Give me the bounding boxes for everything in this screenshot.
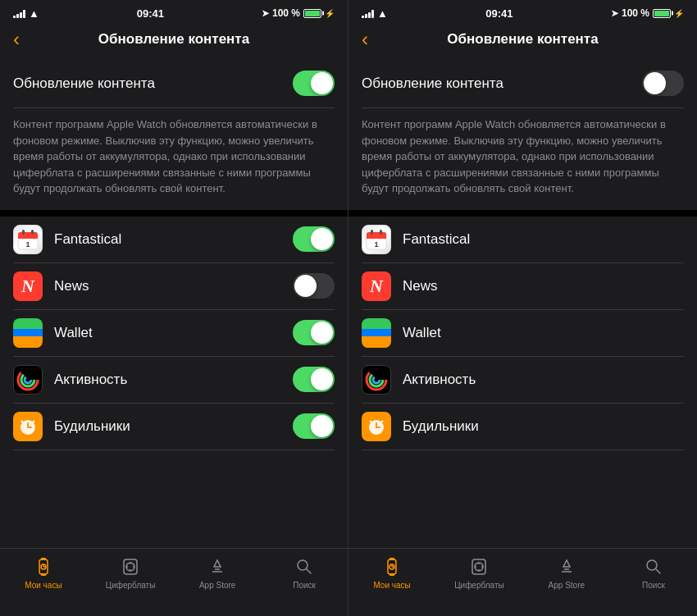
svg-rect-5 [31, 230, 34, 235]
svg-line-54 [370, 421, 372, 423]
app-list: 1 FantasticalNNews Wallet Активность Буд… [348, 217, 697, 450]
toggle-switch[interactable] [293, 71, 335, 96]
tab-app-store[interactable]: App Store [193, 555, 242, 590]
page-title: Обновление контента [447, 31, 598, 48]
tab-my-watch[interactable]: Мои часы [19, 555, 68, 590]
tab-search[interactable]: Поиск [280, 555, 329, 590]
content-area: Обновление контентаКонтент программ Appl… [0, 59, 348, 548]
app-row: Wallet [13, 310, 335, 357]
fantastical-icon: 1 [362, 225, 391, 254]
toggle-switch[interactable] [293, 320, 335, 345]
svg-rect-4 [22, 230, 25, 235]
panel-left: ▲ 09:41 ➤ 100 % ⚡ ‹ Обновление контента … [0, 0, 348, 616]
app-name: Fantastical [403, 231, 684, 248]
battery-container [653, 9, 671, 18]
status-time: 09:41 [485, 7, 512, 20]
back-button[interactable]: ‹ [13, 28, 20, 51]
svg-line-18 [21, 421, 24, 423]
wallet-icon [362, 318, 391, 348]
app-name: Wallet [403, 325, 684, 341]
svg-point-49 [370, 373, 383, 386]
svg-rect-24 [41, 558, 46, 560]
tab-icon-faces [467, 555, 490, 578]
description-text: Контент программ Apple Watch обновляется… [348, 108, 697, 210]
charge-icon: ⚡ [325, 9, 335, 18]
section-divider [348, 210, 697, 217]
news-icon: N [362, 271, 391, 301]
tab-label-my-watch: Мои часы [373, 581, 410, 590]
back-button[interactable]: ‹ [362, 28, 368, 51]
svg-rect-40 [371, 230, 373, 235]
status-bar: ▲ 09:41 ➤ 100 % ⚡ [0, 0, 348, 23]
toggle-switch[interactable] [293, 367, 335, 392]
battery-percent: 100 % [622, 7, 649, 19]
panel-right: ▲ 09:41 ➤ 100 % ⚡ ‹ Обновление контента … [348, 0, 697, 616]
toggle-switch[interactable] [293, 226, 335, 252]
master-toggle-section: Обновление контента [348, 59, 697, 108]
tab-label-faces: Циферблаты [454, 581, 504, 590]
nav-header: ‹ Обновление контента [348, 23, 697, 59]
tab-my-watch[interactable]: Мои часы [367, 555, 417, 590]
app-name: Активность [54, 372, 293, 388]
tab-app-store[interactable]: App Store [542, 555, 591, 590]
svg-rect-2 [18, 235, 38, 239]
tab-label-search: Поиск [642, 581, 665, 590]
battery-fill [654, 11, 669, 16]
alarm-icon [362, 412, 391, 441]
status-left: ▲ [362, 7, 388, 20]
svg-point-34 [298, 560, 308, 570]
master-toggle-row: Обновление контента [362, 59, 684, 108]
battery-container [303, 9, 321, 18]
app-name: Fantastical [54, 231, 293, 248]
svg-text:1: 1 [25, 240, 30, 249]
app-row: 1 Fantastical [13, 217, 335, 263]
tab-bar: Мои часы Циферблаты App Store Поиск [348, 548, 697, 616]
page-title: Обновление контента [98, 31, 249, 48]
navigation-icon: ➤ [262, 8, 269, 19]
app-row: 1 Fantastical [362, 217, 684, 263]
battery-fill [305, 11, 320, 16]
tab-faces[interactable]: Циферблаты [106, 555, 156, 590]
tab-icon-app-store [555, 555, 578, 578]
tab-icon-app-store [206, 555, 229, 578]
app-row: Будильники [13, 404, 335, 450]
svg-rect-38 [367, 235, 386, 239]
fantastical-icon: 1 [13, 225, 43, 254]
wallet-icon [13, 318, 43, 348]
charge-icon: ⚡ [674, 9, 684, 18]
status-bar: ▲ 09:41 ➤ 100 % ⚡ [348, 0, 697, 23]
tab-label-app-store: App Store [199, 581, 235, 590]
status-left: ▲ [13, 7, 39, 20]
svg-text:1: 1 [374, 240, 378, 249]
toggle-switch[interactable] [293, 273, 335, 299]
app-name: Wallet [54, 325, 293, 341]
toggle-switch[interactable] [293, 413, 335, 439]
news-icon: N [13, 271, 43, 301]
wifi-icon: ▲ [377, 7, 388, 20]
activity-icon [13, 365, 43, 395]
svg-point-14 [25, 376, 31, 383]
svg-rect-47 [362, 341, 391, 348]
tab-label-my-watch: Мои часы [25, 581, 61, 590]
tab-search[interactable]: Поиск [629, 555, 678, 590]
svg-rect-25 [41, 573, 46, 576]
master-toggle-label: Обновление контента [13, 75, 155, 92]
app-name: News [54, 278, 293, 294]
app-row: Будильники [362, 404, 684, 450]
svg-line-35 [307, 569, 311, 573]
tab-faces[interactable]: Циферблаты [454, 555, 504, 590]
svg-point-13 [21, 373, 34, 386]
toggle-switch[interactable] [642, 71, 684, 96]
app-row: Wallet [362, 310, 684, 357]
alarm-icon [13, 412, 43, 441]
activity-icon [362, 365, 391, 395]
tab-icon-my-watch [380, 555, 403, 578]
status-right: ➤ 100 % ⚡ [611, 7, 684, 19]
app-row: Активность [362, 357, 684, 404]
svg-rect-41 [380, 230, 382, 235]
svg-rect-11 [13, 341, 43, 348]
battery [653, 9, 671, 18]
tab-icon-my-watch [32, 555, 55, 578]
app-name: Будильники [403, 418, 684, 435]
battery-percent: 100 % [272, 7, 300, 19]
